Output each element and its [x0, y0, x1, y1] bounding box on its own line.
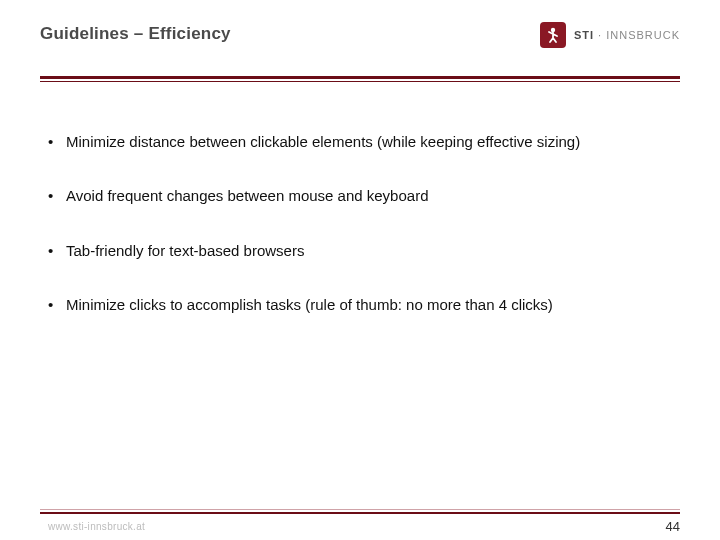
- slide-content: • Minimize distance between clickable el…: [0, 82, 720, 315]
- brand-bold: STI: [574, 29, 594, 41]
- footer-rule-thin: [40, 509, 680, 510]
- bullet-icon: •: [48, 132, 66, 152]
- brand-logo: STI · INNSBRUCK: [540, 22, 680, 48]
- footer-rule-thick: [40, 512, 680, 514]
- bullet-icon: •: [48, 295, 66, 315]
- list-item: • Avoid frequent changes between mouse a…: [48, 186, 672, 206]
- sti-person-icon: [540, 22, 566, 48]
- list-item: • Minimize clicks to accomplish tasks (r…: [48, 295, 672, 315]
- bullet-text: Minimize distance between clickable elem…: [66, 132, 672, 152]
- svg-point-0: [551, 28, 555, 32]
- list-item: • Minimize distance between clickable el…: [48, 132, 672, 152]
- slide-header: Guidelines – Efficiency STI · INNSBRUCK: [0, 0, 720, 72]
- bullet-icon: •: [48, 241, 66, 261]
- list-item: • Tab-friendly for text-based browsers: [48, 241, 672, 261]
- header-rule-thick: [40, 76, 680, 79]
- bullet-text: Minimize clicks to accomplish tasks (rul…: [66, 295, 672, 315]
- bullet-list: • Minimize distance between clickable el…: [48, 132, 672, 315]
- brand-light: INNSBRUCK: [606, 29, 680, 41]
- page-number: 44: [666, 519, 680, 534]
- bullet-text: Tab-friendly for text-based browsers: [66, 241, 672, 261]
- bullet-text: Avoid frequent changes between mouse and…: [66, 186, 672, 206]
- bullet-icon: •: [48, 186, 66, 206]
- footer-site: www.sti-innsbruck.at: [48, 521, 145, 532]
- slide: Guidelines – Efficiency STI · INNSBRUCK …: [0, 0, 720, 540]
- brand-text: STI · INNSBRUCK: [574, 29, 680, 41]
